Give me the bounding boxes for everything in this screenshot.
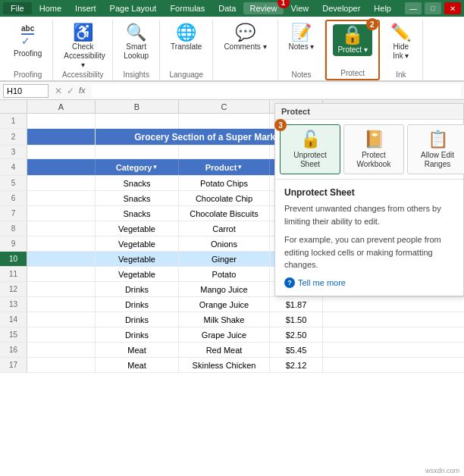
- cell-10c[interactable]: Ginger: [179, 252, 270, 266]
- notes-button[interactable]: 📝 Notes ▾: [284, 23, 319, 53]
- cell-14b[interactable]: Drinks: [96, 312, 179, 327]
- cell-4b[interactable]: Category ▼: [96, 159, 179, 175]
- cell-3c[interactable]: [179, 146, 270, 158]
- row-num-1: 1: [0, 114, 27, 128]
- cell-9c[interactable]: Onions: [179, 236, 270, 251]
- cell-16a[interactable]: [27, 343, 96, 357]
- protect-workbook-button[interactable]: 📔 ProtectWorkbook: [343, 124, 404, 174]
- formula-input[interactable]: [92, 84, 461, 98]
- ribbon-group-language: 🌐 Translate Language: [160, 20, 213, 80]
- menu-insert[interactable]: Insert: [69, 2, 102, 14]
- cell-12a[interactable]: [27, 282, 96, 296]
- menu-formulas[interactable]: Formulas: [164, 2, 211, 14]
- menu-help[interactable]: Help: [368, 2, 397, 14]
- cell-15c[interactable]: Grape Juice: [179, 327, 270, 342]
- cell-6b[interactable]: Snacks: [96, 191, 179, 205]
- cell-5a[interactable]: [27, 176, 96, 190]
- cell-13a[interactable]: [27, 297, 96, 312]
- cell-14d[interactable]: $1.50: [270, 312, 323, 327]
- allow-edit-ranges-label: Allow EditRanges: [421, 151, 454, 169]
- accessibility-label: CheckAccessibility ▾: [64, 42, 102, 70]
- cell-7c[interactable]: Chocolate Biscuits: [179, 206, 270, 221]
- unprotect-sheet-button[interactable]: 3 🔓 UnprotectSheet: [280, 124, 340, 174]
- cell-9b[interactable]: Vegetable: [96, 236, 179, 251]
- cell-17b[interactable]: Meat: [96, 358, 179, 372]
- notes-group-label: Notes: [278, 70, 325, 79]
- translate-button[interactable]: 🌐 Translate: [166, 23, 206, 53]
- cell-17c[interactable]: Skinless Chicken: [179, 358, 270, 372]
- proofing-button[interactable]: abc ✓ Proofing: [9, 23, 46, 60]
- row-num-14: 14: [0, 312, 27, 327]
- cell-4c[interactable]: Product ▼: [179, 159, 270, 175]
- cell-5c[interactable]: Potato Chips: [179, 176, 270, 190]
- language-group-label: Language: [160, 70, 212, 79]
- cell-15d[interactable]: $2.50: [270, 327, 323, 342]
- cell-11b[interactable]: Vegetable: [96, 267, 179, 281]
- cell-1c[interactable]: [179, 114, 270, 128]
- protect-dropdown-header: Protect: [275, 104, 463, 120]
- tell-me-more-link[interactable]: ? Tell me more: [284, 277, 454, 288]
- cell-ref-box[interactable]: H10: [3, 84, 49, 98]
- cell-5b[interactable]: Snacks: [96, 176, 179, 190]
- hide-ink-label: HideInk ▾: [393, 42, 409, 61]
- cell-8b[interactable]: Vegetable: [96, 221, 179, 236]
- cell-2a[interactable]: [27, 129, 96, 145]
- cell-3b[interactable]: [96, 146, 179, 158]
- ribbon-group-insights: 🔍 SmartLookup Insights: [113, 20, 160, 80]
- menu-review[interactable]: Review 1: [243, 2, 283, 14]
- tell-more-label: Tell me more: [298, 278, 346, 287]
- notes-icon: 📝: [291, 24, 312, 41]
- cell-13b[interactable]: Drinks: [96, 297, 179, 312]
- cell-16c[interactable]: Red Meat: [179, 343, 270, 357]
- cell-7b[interactable]: Snacks: [96, 206, 179, 221]
- protect-button[interactable]: 🔒 Protect ▾ 2: [333, 24, 372, 56]
- smart-lookup-icon: 🔍: [126, 24, 146, 41]
- cell-12c[interactable]: Mango Juice: [179, 282, 270, 296]
- cell-1a[interactable]: [27, 114, 96, 128]
- protect-dropdown-buttons: 3 🔓 UnprotectSheet 📔 ProtectWorkbook 📋 A…: [275, 120, 463, 180]
- cell-14c[interactable]: Milk Shake: [179, 312, 270, 327]
- cell-15b[interactable]: Drinks: [96, 327, 179, 342]
- cell-7a[interactable]: [27, 206, 96, 221]
- maximize-icon[interactable]: □: [425, 2, 441, 14]
- allow-edit-ranges-button[interactable]: 📋 Allow EditRanges: [407, 124, 464, 174]
- cell-3a[interactable]: [27, 146, 96, 158]
- cell-16b[interactable]: Meat: [96, 343, 179, 357]
- cell-8c[interactable]: Carrot: [179, 221, 270, 236]
- cell-15a[interactable]: [27, 327, 96, 342]
- cell-9a[interactable]: [27, 236, 96, 251]
- smart-lookup-label: SmartLookup: [124, 42, 149, 61]
- menu-page-layout[interactable]: Page Layout: [104, 2, 163, 14]
- cell-8a[interactable]: [27, 221, 96, 236]
- formula-cancel-icon[interactable]: ✕: [55, 86, 62, 96]
- cell-10b[interactable]: Vegetable: [96, 252, 179, 266]
- check-accessibility-button[interactable]: ♿ CheckAccessibility ▾: [59, 23, 106, 71]
- hide-ink-button[interactable]: ✏️ HideInk ▾: [386, 23, 416, 62]
- menu-home[interactable]: Home: [33, 2, 67, 14]
- cell-10a[interactable]: [27, 252, 96, 266]
- cell-11c[interactable]: Potato: [179, 267, 270, 281]
- comments-button[interactable]: 💬 Comments ▾: [219, 23, 271, 53]
- formula-fx-icon[interactable]: fx: [79, 86, 86, 96]
- close-icon[interactable]: ✕: [444, 2, 461, 14]
- menu-data[interactable]: Data: [212, 2, 242, 14]
- cell-6c[interactable]: Chocolate Chip: [179, 191, 270, 205]
- cell-11a[interactable]: [27, 267, 96, 281]
- menu-file[interactable]: File: [3, 2, 32, 14]
- row-num-3: 3: [0, 146, 27, 158]
- minimize-icon[interactable]: —: [405, 2, 422, 14]
- menu-developer[interactable]: Developer: [316, 2, 366, 14]
- formula-dividers: ✕ ✓ fx: [52, 86, 89, 96]
- cell-13d[interactable]: $1.87: [270, 297, 323, 312]
- cell-16d[interactable]: $5.45: [270, 343, 323, 357]
- cell-13c[interactable]: Orange Juice: [179, 297, 270, 312]
- cell-4a[interactable]: [27, 159, 96, 175]
- formula-confirm-icon[interactable]: ✓: [67, 86, 74, 96]
- cell-17d[interactable]: $2.12: [270, 358, 323, 372]
- cell-17a[interactable]: [27, 358, 96, 372]
- cell-14a[interactable]: [27, 312, 96, 327]
- cell-6a[interactable]: [27, 191, 96, 205]
- cell-1b[interactable]: [96, 114, 179, 128]
- smart-lookup-button[interactable]: 🔍 SmartLookup: [119, 23, 153, 62]
- cell-12b[interactable]: Drinks: [96, 282, 179, 296]
